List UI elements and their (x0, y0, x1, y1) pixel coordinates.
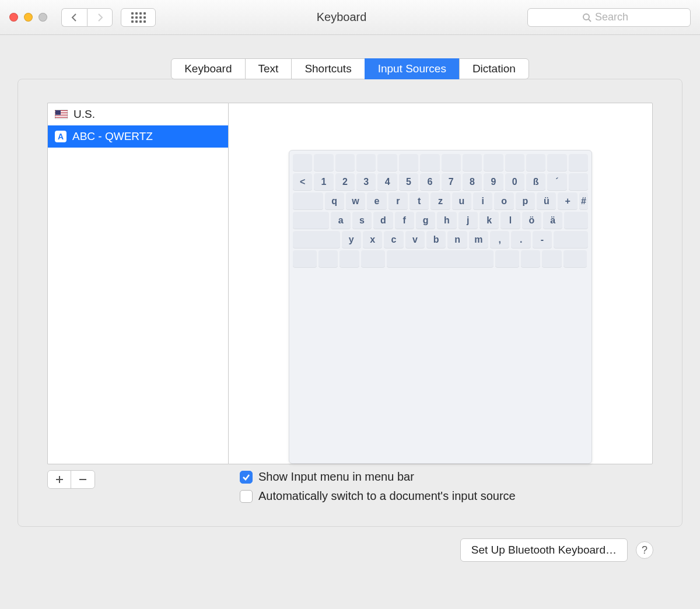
key-6: 6 (420, 173, 439, 191)
tab-dictation[interactable]: Dictation (459, 58, 529, 79)
key-p: p (516, 192, 535, 210)
show-all-button[interactable] (121, 8, 156, 27)
key-v: v (405, 231, 425, 249)
remove-source-button[interactable] (71, 471, 94, 488)
key-blank (484, 154, 503, 172)
grid-icon (131, 12, 146, 23)
key-7: 7 (442, 173, 461, 191)
titlebar: Keyboard (0, 0, 700, 35)
key-´: ´ (547, 173, 566, 191)
chevron-left-icon (71, 13, 78, 22)
key-8: 8 (463, 173, 482, 191)
search-input[interactable] (595, 11, 636, 23)
key-w: w (346, 192, 365, 210)
help-button[interactable]: ? (636, 541, 653, 559)
key-l: l (501, 212, 520, 229)
key-u: u (452, 192, 471, 210)
tab-shortcuts[interactable]: Shortcuts (291, 58, 365, 79)
key-blank (526, 154, 545, 172)
key-blank (420, 154, 439, 172)
minus-icon (79, 475, 87, 484)
key-a: a (331, 212, 350, 229)
add-source-button[interactable] (48, 471, 71, 488)
key-blank (356, 154, 376, 172)
key-r: r (388, 192, 408, 210)
key-blank (318, 250, 338, 268)
key-d: d (373, 212, 393, 229)
svg-line-1 (589, 19, 591, 22)
source-item-label: U.S. (74, 108, 95, 121)
bluetooth-keyboard-button[interactable]: Set Up Bluetooth Keyboard… (460, 538, 628, 562)
svg-point-0 (583, 14, 589, 20)
key-3: 3 (356, 173, 376, 191)
key-blank (547, 154, 566, 172)
key-9: 9 (484, 173, 503, 191)
key-c: c (384, 231, 403, 249)
key-.: . (511, 231, 530, 249)
source-item-abc-qwertz[interactable]: A ABC - QWERTZ (48, 125, 228, 148)
key-5: 5 (399, 173, 418, 191)
option-auto-switch: Automatically switch to a document's inp… (240, 489, 653, 503)
key-,: , (490, 231, 509, 249)
key-blank (564, 250, 587, 268)
key-1: 1 (314, 173, 333, 191)
forward-button[interactable] (87, 8, 113, 27)
keyboard-preview: <1234567890ß´ qwertzuiopü+# asdfghjklöä … (228, 103, 653, 464)
key-blank (505, 154, 524, 172)
key-z: z (430, 192, 450, 210)
flag-us-icon (55, 110, 68, 119)
checkbox-auto-switch[interactable] (240, 490, 253, 503)
key-t: t (410, 192, 429, 210)
key-blank (569, 154, 588, 172)
window-title: Keyboard (164, 10, 519, 24)
columns: U.S. A ABC - QWERTZ <1234567890ß´ qwertz… (47, 103, 653, 464)
key-+: + (558, 192, 577, 210)
keyboard-layout: <1234567890ß´ qwertzuiopü+# asdfghjklöä … (289, 150, 592, 464)
key-blank (442, 154, 461, 172)
key-q: q (325, 192, 344, 210)
tab-keyboard[interactable]: Keyboard (171, 58, 245, 79)
key-blank (340, 250, 359, 268)
key-blank (293, 212, 329, 229)
key-<: < (293, 173, 312, 191)
input-source-list[interactable]: U.S. A ABC - QWERTZ (47, 103, 228, 464)
key-ä: ä (543, 212, 562, 229)
key-blank (293, 192, 323, 210)
plus-icon (55, 475, 64, 484)
key-blank (521, 250, 541, 268)
chevron-right-icon (96, 13, 103, 22)
key-blank (554, 231, 588, 249)
key-i: i (473, 192, 492, 210)
key-blank (293, 250, 317, 268)
key-#: # (579, 192, 588, 210)
key-f: f (395, 212, 414, 229)
nav-group (61, 8, 113, 27)
checkbox-show-input-menu[interactable] (240, 471, 253, 484)
back-button[interactable] (61, 8, 87, 27)
search-field[interactable] (527, 8, 691, 27)
tab-text[interactable]: Text (245, 58, 292, 79)
close-button[interactable] (9, 13, 18, 22)
key-blank (377, 154, 397, 172)
key-blank (495, 250, 519, 268)
search-icon (582, 13, 592, 22)
key-2: 2 (335, 173, 355, 191)
key-s: s (352, 212, 372, 229)
options: Show Input menu in menu bar Automaticall… (240, 470, 653, 503)
key-o: o (494, 192, 513, 210)
key-ü: ü (537, 192, 556, 210)
source-item-us[interactable]: U.S. (48, 103, 228, 125)
window-controls (9, 13, 47, 22)
question-icon: ? (642, 544, 648, 556)
abc-icon: A (55, 131, 66, 142)
key-n: n (447, 231, 467, 249)
key-blank (361, 250, 385, 268)
key-0: 0 (505, 173, 524, 191)
key-blank (542, 250, 562, 268)
zoom-button[interactable] (38, 13, 47, 22)
key-blank (399, 154, 418, 172)
key-blank (335, 154, 355, 172)
key-k: k (480, 212, 499, 229)
minimize-button[interactable] (24, 13, 33, 22)
tab-input-sources[interactable]: Input Sources (365, 58, 460, 79)
